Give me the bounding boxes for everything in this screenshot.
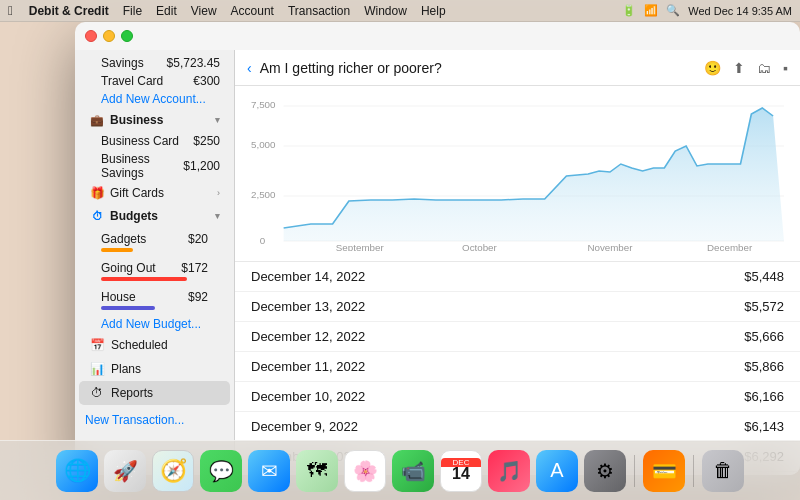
new-transaction-button[interactable]: New Transaction... <box>85 413 224 427</box>
travel-card-value: €300 <box>193 74 220 88</box>
fullscreen-button[interactable] <box>121 30 133 42</box>
dock-trash[interactable]: 🗑 <box>702 450 744 492</box>
dock-separator <box>634 455 635 487</box>
smiley-icon[interactable]: 🙂 <box>704 60 721 76</box>
dock: 🌐 🚀 🧭 💬 ✉ 🗺 🌸 📹 DEC 14 🎵 A ⚙ 💳 🗑 <box>0 440 800 500</box>
app-name[interactable]: Debit & Credit <box>29 4 109 18</box>
budgets-chevron: ▾ <box>215 211 220 221</box>
dock-calendar[interactable]: DEC 14 <box>440 450 482 492</box>
budget-gadgets-container: Gadgets $20 <box>79 228 230 257</box>
table-row[interactable]: December 12, 2022 $5,666 <box>235 322 800 352</box>
svg-text:November: November <box>587 242 632 251</box>
add-new-budget-link[interactable]: Add New Budget... <box>79 315 230 333</box>
traffic-lights <box>85 30 133 42</box>
sidebar-item-business-savings[interactable]: Business Savings $1,200 <box>79 150 230 182</box>
battery-icon: 🔋 <box>622 4 636 17</box>
plans-label: Plans <box>111 362 141 376</box>
budget-house-container: House $92 <box>79 286 230 315</box>
svg-text:0: 0 <box>260 235 265 246</box>
sidebar-item-travel-card[interactable]: Travel Card €300 <box>79 72 230 90</box>
detail-header: ‹ Am I getting richer or poorer? 🙂 ⬆ 🗂 ▪ <box>235 50 800 86</box>
dock-separator-2 <box>693 455 694 487</box>
row-date: December 9, 2022 <box>251 419 744 434</box>
row-amount: $6,166 <box>744 389 784 404</box>
budget-gadgets[interactable]: Gadgets $20 <box>101 230 208 248</box>
menu-bar:  Debit & Credit File Edit View Account … <box>0 0 800 22</box>
table-row[interactable]: December 11, 2022 $5,866 <box>235 352 800 382</box>
gadgets-value: $20 <box>188 232 208 246</box>
sidebar-item-plans[interactable]: 📊 Plans <box>79 357 230 381</box>
dock-messages[interactable]: 💬 <box>200 450 242 492</box>
dock-photos[interactable]: 🌸 <box>344 450 386 492</box>
back-button[interactable]: ‹ <box>247 60 252 76</box>
search-icon[interactable]: 🔍 <box>666 4 680 17</box>
table-row[interactable]: December 9, 2022 $6,143 <box>235 412 800 442</box>
gadgets-bar <box>101 248 133 252</box>
budgets-label: Budgets <box>110 209 158 223</box>
app-body: Savings $5,723.45 Travel Card €300 Add N… <box>75 50 800 475</box>
datetime: Wed Dec 14 9:35 AM <box>688 5 792 17</box>
sidebar: Savings $5,723.45 Travel Card €300 Add N… <box>75 50 235 475</box>
table-row[interactable]: December 14, 2022 $5,448 <box>235 262 800 292</box>
dock-music[interactable]: 🎵 <box>488 450 530 492</box>
share-icon[interactable]: ⬆ <box>733 60 745 76</box>
dock-finder[interactable]: 🌐 <box>56 450 98 492</box>
menu-view[interactable]: View <box>191 4 217 18</box>
sidebar-item-business-card[interactable]: Business Card $250 <box>79 132 230 150</box>
svg-text:5,000: 5,000 <box>251 139 275 150</box>
row-amount: $5,572 <box>744 299 784 314</box>
budget-house[interactable]: House $92 <box>101 288 208 306</box>
plans-icon: 📊 <box>89 361 105 377</box>
menu-edit[interactable]: Edit <box>156 4 177 18</box>
menu-window[interactable]: Window <box>364 4 407 18</box>
organize-icon[interactable]: 🗂 <box>757 60 771 76</box>
menu-file[interactable]: File <box>123 4 142 18</box>
table-row[interactable]: December 13, 2022 $5,572 <box>235 292 800 322</box>
gift-card-icon: 🎁 <box>89 185 105 201</box>
dock-appstore[interactable]: A <box>536 450 578 492</box>
dock-mail[interactable]: ✉ <box>248 450 290 492</box>
row-amount: $5,448 <box>744 269 784 284</box>
row-amount: $5,666 <box>744 329 784 344</box>
chart-area: 7,500 5,000 2,500 0 September October No… <box>235 86 800 261</box>
dock-safari[interactable]: 🧭 <box>152 450 194 492</box>
sidebar-item-gift-cards[interactable]: 🎁 Gift Cards › <box>79 182 230 204</box>
sidebar-item-reports[interactable]: ⏱ Reports <box>79 381 230 405</box>
budgets-section-header[interactable]: ⏱ Budgets ▾ <box>79 204 230 228</box>
dock-debit[interactable]: 💳 <box>643 450 685 492</box>
business-section-header[interactable]: 💼 Business ▾ <box>79 108 230 132</box>
row-date: December 11, 2022 <box>251 359 744 374</box>
close-button[interactable] <box>85 30 97 42</box>
dock-facetime[interactable]: 📹 <box>392 450 434 492</box>
svg-text:2,500: 2,500 <box>251 189 275 200</box>
row-date: December 14, 2022 <box>251 269 744 284</box>
savings-value: $5,723.45 <box>167 56 220 70</box>
menu-help[interactable]: Help <box>421 4 446 18</box>
add-new-account-link[interactable]: Add New Account... <box>79 90 230 108</box>
business-savings-value: $1,200 <box>183 159 220 173</box>
panel-icon[interactable]: ▪ <box>783 60 788 76</box>
house-label: House <box>101 290 188 304</box>
sidebar-item-scheduled[interactable]: 📅 Scheduled <box>79 333 230 357</box>
row-date: December 10, 2022 <box>251 389 744 404</box>
dock-launchpad[interactable]: 🚀 <box>104 450 146 492</box>
budget-going-out[interactable]: Going Out $172 <box>101 259 208 277</box>
dock-settings[interactable]: ⚙ <box>584 450 626 492</box>
minimize-button[interactable] <box>103 30 115 42</box>
gift-cards-label: Gift Cards <box>110 186 164 200</box>
table-row[interactable]: December 10, 2022 $6,166 <box>235 382 800 412</box>
sidebar-item-savings[interactable]: Savings $5,723.45 <box>79 54 230 72</box>
business-savings-label: Business Savings <box>101 152 183 180</box>
menu-transaction[interactable]: Transaction <box>288 4 350 18</box>
svg-text:October: October <box>462 242 497 251</box>
business-label: Business <box>110 113 163 127</box>
savings-label: Savings <box>101 56 167 70</box>
travel-card-label: Travel Card <box>101 74 193 88</box>
toolbar-icons: 🙂 ⬆ 🗂 ▪ <box>704 60 788 76</box>
apple-menu[interactable]:  <box>8 3 13 18</box>
dock-maps[interactable]: 🗺 <box>296 450 338 492</box>
budget-going-out-container: Going Out $172 <box>79 257 230 286</box>
menu-account[interactable]: Account <box>231 4 274 18</box>
detail-title: Am I getting richer or poorer? <box>260 60 704 76</box>
going-out-label: Going Out <box>101 261 181 275</box>
